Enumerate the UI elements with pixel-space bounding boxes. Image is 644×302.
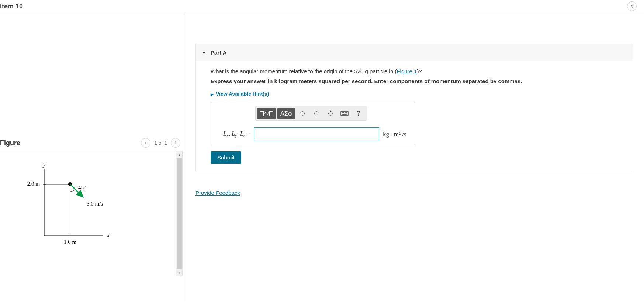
keyboard-button[interactable] (338, 108, 351, 119)
figure-image: y x 2.0 m 1.0 m (0, 151, 184, 263)
prev-item-button[interactable] (627, 1, 637, 11)
svg-point-15 (346, 114, 347, 115)
figure-panel-title: Figure (0, 139, 20, 147)
answer-instruction: Express your answer in kilogram meters s… (211, 78, 633, 84)
figure-pager: 1 of 1 (141, 138, 180, 148)
part-a-section: ▼ Part A What is the angular momentum re… (195, 44, 633, 171)
answer-box: x√ ΑΣϕ (211, 102, 415, 145)
templates-button[interactable]: x√ (257, 108, 276, 119)
caret-right-icon: ▶ (211, 92, 214, 96)
scroll-up-button[interactable]: ▴ (176, 151, 182, 158)
svg-rect-8 (341, 111, 348, 116)
caret-down-icon: ▼ (202, 50, 206, 55)
svg-point-9 (342, 112, 343, 113)
keyboard-icon (340, 111, 349, 116)
view-hints-toggle[interactable]: ▶View Available Hint(s) (211, 91, 633, 97)
figure-panel: Figure 1 of 1 (0, 14, 184, 302)
svg-point-10 (343, 112, 344, 113)
figure-pager-text: 1 of 1 (154, 140, 167, 146)
provide-feedback-link[interactable]: Provide Feedback (195, 190, 240, 196)
answer-input[interactable] (254, 127, 379, 141)
angle-label: 45° (78, 185, 86, 190)
question-text: What is the angular momentum relative to… (211, 68, 633, 74)
figure-link[interactable]: Figure 1 (397, 68, 417, 74)
equation-toolbar: x√ ΑΣϕ (255, 106, 367, 121)
chevron-left-icon (630, 4, 634, 8)
undo-icon (299, 110, 306, 116)
answer-units: kg · m² /s (383, 131, 406, 138)
part-a-header[interactable]: ▼ Part A (196, 44, 633, 61)
reset-icon (327, 110, 334, 116)
figure-next-button[interactable] (171, 138, 180, 148)
figure-prev-button[interactable] (141, 138, 150, 148)
submit-button[interactable]: Submit (211, 151, 241, 164)
redo-button[interactable] (310, 108, 323, 119)
svg-rect-14 (343, 114, 346, 115)
svg-point-13 (342, 114, 343, 115)
x-axis-label: x (107, 232, 110, 238)
velocity-label: 3.0 m/s (87, 201, 103, 207)
item-header: Item 10 (0, 0, 644, 14)
y-axis-label: y (42, 162, 46, 168)
undo-button[interactable] (296, 108, 309, 119)
scroll-thumb[interactable] (177, 158, 182, 269)
chevron-left-icon (144, 141, 147, 145)
svg-point-12 (346, 112, 347, 113)
svg-point-11 (345, 112, 346, 113)
figure-scrollbar[interactable]: ▴ ▾ (176, 151, 183, 276)
scroll-down-button[interactable]: ▾ (176, 269, 182, 276)
x-value-label: 1.0 m (64, 239, 77, 245)
y-value-label: 2.0 m (27, 181, 40, 187)
answer-variable-label: Lx, Ly, Lz = (215, 130, 250, 138)
part-title: Part A (211, 49, 227, 56)
redo-icon (313, 110, 320, 116)
greek-symbols-button[interactable]: ΑΣϕ (277, 108, 295, 119)
reset-button[interactable] (324, 108, 337, 119)
item-title: Item 10 (0, 3, 23, 10)
help-button[interactable]: ? (352, 108, 365, 119)
chevron-right-icon (174, 141, 177, 145)
